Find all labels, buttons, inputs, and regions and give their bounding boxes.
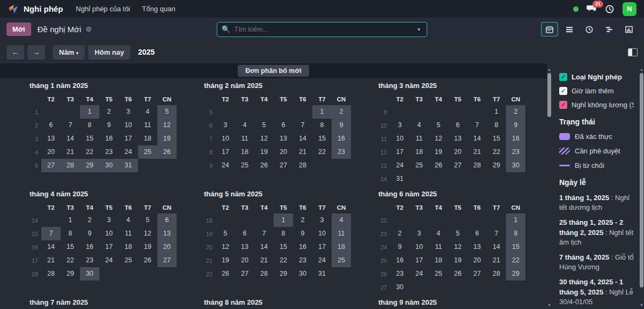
calendar-day[interactable]: 18: [332, 240, 351, 254]
calendar-day[interactable]: 15: [506, 240, 525, 254]
calendar-day[interactable]: 24: [99, 254, 119, 267]
calendar-day[interactable]: 17: [119, 132, 138, 145]
app-title[interactable]: Nghỉ phép: [24, 4, 63, 13]
calendar-day[interactable]: 28: [293, 159, 312, 172]
calendar-day[interactable]: 29: [80, 159, 99, 172]
sidebar-filter[interactable]: ✓Giờ làm thêm: [559, 87, 634, 95]
calendar-day[interactable]: 2: [293, 214, 312, 227]
calendar-day[interactable]: 19: [448, 254, 467, 267]
sidebar-toggle-icon[interactable]: [628, 48, 638, 56]
next-button[interactable]: →: [27, 45, 45, 60]
calendar-day[interactable]: 10: [99, 227, 119, 240]
calendar-day[interactable]: 25: [235, 159, 254, 172]
calendar-day[interactable]: 22: [274, 254, 293, 267]
calendar-day[interactable]: 20: [235, 254, 254, 267]
calendar-day[interactable]: 17: [216, 145, 235, 159]
calendar-day[interactable]: 15: [80, 132, 99, 145]
calendar-day[interactable]: 3: [409, 227, 429, 240]
calendar-day[interactable]: 5: [138, 214, 157, 227]
calendar-day[interactable]: 15: [61, 240, 80, 254]
calendar-day[interactable]: 13: [235, 240, 254, 254]
calendar-day[interactable]: 9: [332, 119, 351, 132]
calendar-day[interactable]: 28: [254, 267, 274, 281]
scale-selector[interactable]: Năm ▾: [53, 45, 85, 60]
scrollbar-thumb[interactable]: [640, 73, 643, 288]
calendar-day[interactable]: 22: [506, 254, 525, 267]
calendar-day[interactable]: 16: [390, 254, 409, 267]
sidebar-filter[interactable]: ✓Loại Nghỉ phép: [559, 73, 634, 81]
calendar-day[interactable]: 6: [467, 227, 487, 240]
calendar-day[interactable]: 19: [216, 254, 235, 267]
calendar-day[interactable]: 18: [138, 132, 157, 145]
calendar-day[interactable]: 3: [216, 119, 235, 132]
calendar-day[interactable]: 29: [506, 267, 525, 281]
calendar-day[interactable]: 14: [41, 240, 61, 254]
calendar-day[interactable]: 1: [274, 214, 293, 227]
calendar-day[interactable]: 27: [274, 159, 293, 172]
calendar-day[interactable]: 13: [157, 227, 177, 240]
calendar-day[interactable]: 20: [448, 145, 467, 159]
calendar-day[interactable]: 4: [119, 214, 138, 227]
calendar-day[interactable]: 28: [487, 267, 506, 281]
calendar-day[interactable]: 22: [312, 145, 332, 159]
calendar-day[interactable]: 21: [293, 145, 312, 159]
calendar-day[interactable]: 19: [157, 132, 177, 145]
calendar-day[interactable]: 11: [138, 119, 157, 132]
calendar-day[interactable]: 29: [487, 159, 506, 172]
calendar-day[interactable]: 19: [254, 145, 274, 159]
calendar-day[interactable]: 15: [274, 240, 293, 254]
calendar-day[interactable]: 27: [235, 267, 254, 281]
calendar-day[interactable]: 22: [80, 145, 99, 159]
calendar-day[interactable]: 16: [506, 132, 525, 145]
calendar-day[interactable]: 21: [487, 254, 506, 267]
graph-view-button[interactable]: [620, 22, 638, 36]
activities-clock-icon[interactable]: [605, 4, 614, 14]
calendar-day[interactable]: 30: [506, 159, 525, 172]
calendar-day[interactable]: 13: [467, 240, 487, 254]
calendar-day[interactable]: 17: [409, 254, 429, 267]
calendar-day[interactable]: 30: [99, 159, 119, 172]
calendar-day[interactable]: 23: [390, 267, 409, 281]
calendar-day[interactable]: 28: [61, 159, 80, 172]
calendar-day[interactable]: 11: [235, 132, 254, 145]
calendar-day[interactable]: 18: [429, 254, 448, 267]
calendar-day[interactable]: 31: [119, 159, 138, 172]
calendar-day[interactable]: 5: [216, 227, 235, 240]
sidebar-filter[interactable]: ✓Nghỉ không lương (Sẽ t...: [559, 101, 634, 109]
calendar-day[interactable]: 21: [467, 145, 487, 159]
calendar-day[interactable]: 6: [157, 214, 177, 227]
clock-view-button[interactable]: [581, 22, 598, 36]
calendar-day[interactable]: 5: [448, 227, 467, 240]
calendar-day[interactable]: 18: [119, 240, 138, 254]
calendar-day[interactable]: 20: [274, 145, 293, 159]
calendar-day[interactable]: 8: [506, 227, 525, 240]
calendar-day[interactable]: 9: [390, 240, 409, 254]
calendar-day[interactable]: 2: [80, 214, 99, 227]
scrollbar-thumb[interactable]: [547, 73, 551, 117]
calendar-day[interactable]: 11: [409, 132, 429, 145]
calendar-day[interactable]: 6: [235, 227, 254, 240]
calendar-day[interactable]: 2: [506, 105, 525, 119]
calendar-day[interactable]: 25: [332, 254, 351, 267]
calendar-day[interactable]: 2: [99, 105, 119, 119]
calendar-day[interactable]: 11: [119, 227, 138, 240]
scroll-down-icon[interactable]: ▼: [639, 303, 644, 307]
calendar-day[interactable]: 6: [41, 119, 61, 132]
calendar-day[interactable]: 1: [61, 214, 80, 227]
calendar-day[interactable]: 12: [138, 227, 157, 240]
calendar-day[interactable]: 4: [429, 227, 448, 240]
calendar-day[interactable]: 24: [216, 159, 235, 172]
calendar-day[interactable]: 17: [312, 240, 332, 254]
search-dropdown-toggle[interactable]: ▾: [415, 26, 422, 32]
calendar-day[interactable]: 12: [216, 240, 235, 254]
calendar-day[interactable]: 23: [332, 145, 351, 159]
new-allocation-banner-button[interactable]: Đơn phân bố mới: [238, 65, 309, 77]
calendar-day[interactable]: 8: [312, 119, 332, 132]
calendar-scrollbar[interactable]: ▲ ▼: [547, 63, 552, 309]
calendar-day[interactable]: 26: [448, 267, 467, 281]
calendar-day[interactable]: 12: [448, 240, 467, 254]
calendar-day[interactable]: 23: [293, 254, 312, 267]
calendar-day[interactable]: 16: [293, 240, 312, 254]
calendar-day[interactable]: 20: [157, 240, 177, 254]
calendar-day[interactable]: 11: [332, 227, 351, 240]
